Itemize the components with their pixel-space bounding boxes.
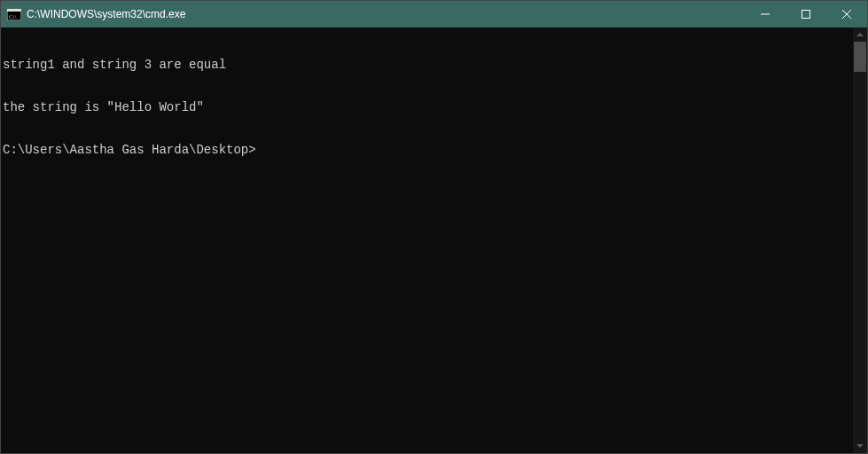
terminal-prompt: C:\Users\Aastha Gas Harda\Desktop>: [3, 143, 853, 157]
terminal-line: string1 and string 3 are equal: [3, 58, 853, 72]
scroll-up-arrow[interactable]: [853, 27, 867, 42]
titlebar[interactable]: C:\ C:\WINDOWS\system32\cmd.exe: [1, 1, 867, 27]
terminal-content[interactable]: string1 and string 3 are equal the strin…: [1, 27, 853, 453]
svg-rect-4: [802, 11, 810, 19]
cmd-icon: C:\: [7, 8, 21, 20]
minimize-button[interactable]: [745, 1, 786, 27]
svg-marker-8: [856, 444, 864, 448]
maximize-button[interactable]: [786, 1, 826, 27]
terminal-line: the string is "Hello World": [3, 100, 853, 114]
terminal-body: string1 and string 3 are equal the strin…: [1, 27, 867, 453]
window-title: C:\WINDOWS\system32\cmd.exe: [27, 8, 745, 20]
close-button[interactable]: [826, 1, 867, 27]
scroll-thumb[interactable]: [854, 42, 866, 72]
scroll-down-arrow[interactable]: [853, 439, 867, 453]
svg-marker-7: [856, 33, 864, 36]
window-controls: [745, 1, 867, 27]
scrollbar[interactable]: [853, 27, 867, 453]
svg-rect-1: [7, 9, 21, 12]
svg-text:C:\: C:\: [9, 13, 17, 20]
